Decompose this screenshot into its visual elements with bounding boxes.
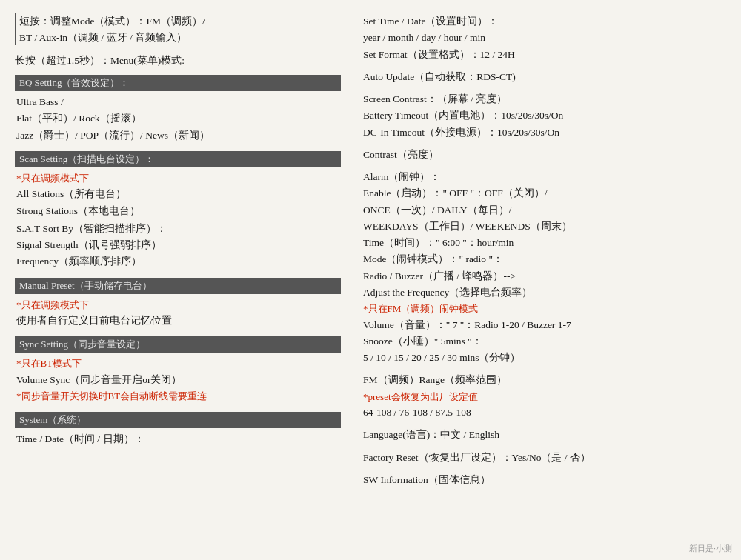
alarm-time: Time（时间）：" 6:00 "：hour/min [363,235,741,251]
fm-range-block: FM（调频）Range（频率范围） *preset会恢复为出厂设定值 64-10… [363,372,741,421]
format-line: Set Format（设置格式）：12 / 24H [363,47,741,63]
sync-red2: *同步音量开关切换时BT会自动断线需要重连 [16,388,341,404]
system-header: System（系统） [15,412,341,428]
scan-red: *只在调频模式下 [16,170,341,186]
short-press-block: 短按：调整Mode（模式）：FM（调频）/ BT / Aux-in（调频 / 蓝… [15,13,341,45]
system-content: Time / Date（时间 / 日期）： [15,431,341,447]
manual-text: 使用者自行定义目前电台记忆位置 [16,313,341,329]
scan-header: Scan Setting（扫描电台设定）： [15,151,341,167]
sync-content: *只在BT模式下 Volume Sync（同步音量开启or关闭） *同步音量开关… [15,356,341,404]
eq-line2: Flat（平和）/ Rock（摇滚） [16,110,341,127]
system-time-date: Time / Date（时间 / 日期）： [16,431,341,447]
scan-all-stations: All Stations（所有电台） [16,186,341,202]
alarm-snooze-title: Snooze（小睡）" 5mins "： [363,333,741,350]
alarm-mode: Mode（闹钟模式）：" radio "： [363,251,741,267]
eq-line1: Ultra Bass / [16,94,341,110]
manual-header: Manual Preset（手动储存电台） [15,278,341,294]
sat-title: S.A.T Sort By（智能扫描排序）： [16,221,341,237]
fm-range-title: FM（调频）Range（频率范围） [363,372,741,388]
manual-content: *只在调频模式下 使用者自行定义目前电台记忆位置 [15,297,341,330]
fm-range-values: 64-108 / 76-108 / 87.5-108 [363,404,741,421]
auto-update-block: Auto Update（自动获取：RDS-CT) [363,69,741,85]
screen-contrast: Screen Contrast：（屏幕 / 亮度） [363,91,741,107]
sat-frequency: Frequency（频率顺序排序） [16,253,341,270]
alarm-block: Alarm（闹钟）： Enable（启动）：" OFF "：OFF（关闭）/ O… [363,169,741,366]
fm-range-red: *preset会恢复为出厂设定值 [363,389,741,404]
short-press-line1: 短按：调整Mode（模式）：FM（调频）/ [19,13,341,30]
alarm-title: Alarm（闹钟）： [363,169,741,185]
scan-strong-stations: Strong Stations（本地电台） [16,203,341,219]
eq-header: EQ Setting（音效设定）： [15,75,341,91]
eq-line3: Jazz（爵士）/ POP（流行）/ News（新闻） [16,127,341,144]
sw-info-block: SW Information（固体信息） [363,472,741,488]
alarm-once: ONCE（一次）/ DAILY（每日）/ [363,202,741,219]
factory-reset-label: Factory Reset（恢复出厂设定）：Yes/No（是 / 否） [363,450,741,466]
sat-signal: Signal Strength（讯号强弱排序） [16,237,341,253]
scan-content: *只在调频模式下 All Stations（所有电台） Strong Stati… [15,170,341,270]
alarm-red: *只在FM（调频）闹钟模式 [363,301,741,316]
right-column: Set Time / Date（设置时间）： year / month / da… [356,13,741,553]
short-press-line2: BT / Aux-in（调频 / 蓝牙 / 音频输入） [19,30,341,46]
time-line2: year / month / day / hour / min [363,30,741,46]
alarm-enable: Enable（启动）：" OFF "：OFF（关闭）/ [363,185,741,201]
alarm-snooze-values: 5 / 10 / 15 / 20 / 25 / 30 mins（分钟） [363,350,741,366]
sw-info-label: SW Information（固体信息） [363,472,741,488]
eq-content: Ultra Bass / Flat（平和）/ Rock（摇滚） Jazz（爵士）… [15,94,341,144]
watermark: 新日是·小测 [689,543,732,554]
alarm-weekdays: WEEKDAYS（工作日）/ WEEKENDS（周末） [363,219,741,235]
language-label: Language(语言)：中文 / English [363,427,741,443]
auto-update: Auto Update（自动获取：RDS-CT) [363,69,741,85]
contrast-block: Contrast（亮度） [363,147,741,163]
sync-volume: Volume Sync（同步音量开启or关闭） [16,372,341,388]
battery-timeout: Battery Timeout（内置电池）：10s/20s/30s/On [363,107,741,124]
left-column: 短按：调整Mode（模式）：FM（调频）/ BT / Aux-in（调频 / 蓝… [15,13,356,553]
sync-header: Sync Setting（同步音量设定） [15,336,341,353]
dcin-timeout: DC-In Timeout（外接电源）：10s/20s/30s/On [363,124,741,141]
manual-red: *只在调频模式下 [16,297,341,313]
alarm-adjust: Adjust the Frequency（选择电台频率） [363,284,741,301]
alarm-volume: Volume（音量）：" 7 "：Radio 1-20 / Buzzer 1-7 [363,317,741,333]
time-line1: Set Time / Date（设置时间）： [363,13,741,30]
language-block: Language(语言)：中文 / English [363,427,741,443]
sync-red1: *只在BT模式下 [16,356,341,371]
contrast-label: Contrast（亮度） [363,147,741,163]
time-block: Set Time / Date（设置时间）： year / month / da… [363,13,741,63]
long-press-line: 长按（超过1.5秒）：Menu(菜单)模式: [15,54,341,67]
factory-reset-block: Factory Reset（恢复出厂设定）：Yes/No（是 / 否） [363,450,741,466]
screen-block: Screen Contrast：（屏幕 / 亮度） Battery Timeou… [363,91,741,141]
alarm-radio: Radio / Buzzer（广播 / 蜂鸣器）--> [363,268,741,284]
